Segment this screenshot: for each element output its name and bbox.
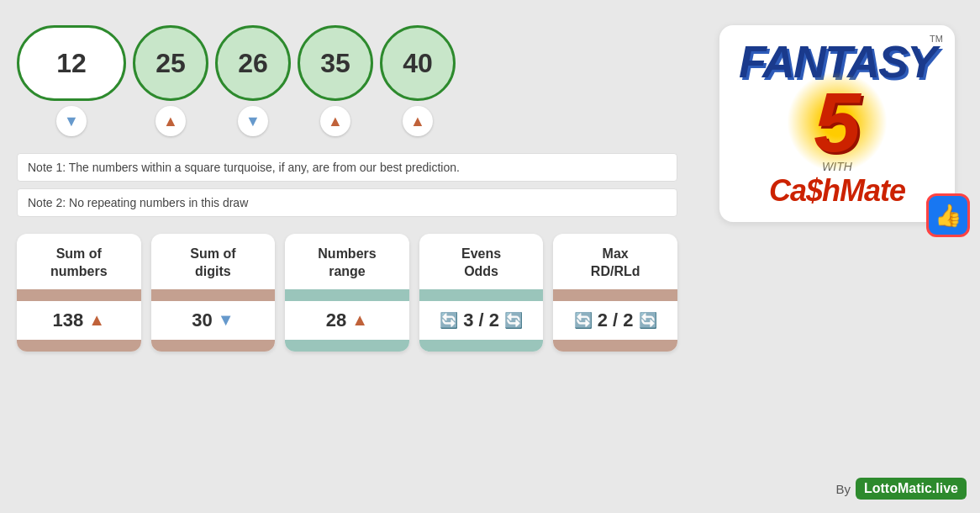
ball-1-value: 12 [56,48,87,79]
ball-5-up-btn[interactable]: ▲ [403,106,433,136]
stat-bar-top-5 [553,289,677,301]
branding-by-text: By [835,482,851,496]
like-button[interactable]: 👍 [926,193,970,237]
thumbs-up-icon: 👍 [935,203,962,229]
stat-value-sum-numbers: 138 ▲ [45,301,114,340]
ball-4-value: 35 [320,48,350,79]
stat-bar-bottom-4 [419,340,544,352]
max-rd-number: 2 / 2 [598,309,634,331]
numbers-range-number: 28 [326,309,346,331]
stat-bar-bottom-1 [17,340,141,352]
sum-digits-arrow-down-icon: ▼ [218,310,234,330]
stats-row: Sum ofnumbers 138 ▲ Sum ofdigits 30 ▼ [17,234,677,352]
stat-card-sum-digits: Sum ofdigits 30 ▼ [151,234,276,352]
sum-numbers-number: 138 [53,309,84,331]
stat-bar-bottom-3 [285,340,409,352]
arrow-up-icon-5: ▲ [410,113,425,130]
cashmate-text: Ca$hMate [769,173,905,209]
stat-value-sum-digits: 30 ▼ [183,301,242,340]
ball-3-value: 26 [238,48,268,79]
ball-5-value: 40 [403,48,433,79]
stat-title-max-rd: MaxRD/RLd [582,234,649,289]
ball-2-up-btn[interactable]: ▲ [155,106,186,136]
stat-title-numbers-range: Numbersrange [309,234,384,289]
stat-bar-top-4 [419,289,544,301]
ball-container-2: 25 ▲ [133,25,208,136]
max-rd-refresh-right-icon: 🔄 [639,311,657,330]
sum-digits-number: 30 [192,309,212,331]
tm-badge: TM [930,34,943,44]
note-2: Note 2: No repeating numbers in this dra… [17,188,677,217]
ball-3: 26 [215,25,291,101]
number5-wrap: 5 [814,84,861,160]
left-panel: 12 ▼ 25 ▲ 26 ▼ [0,0,694,513]
stat-bar-top-2 [151,289,276,301]
logo-number5: 5 [814,84,861,160]
sum-numbers-arrow-up-icon: ▲ [88,310,105,330]
ball-5: 40 [380,25,456,101]
stat-card-sum-numbers: Sum ofnumbers 138 ▲ [17,234,141,352]
arrow-down-icon-1: ▼ [64,113,79,130]
ball-3-down-btn[interactable]: ▼ [238,106,268,136]
stat-card-evens-odds: EvensOdds 🔄 3 / 2 🔄 [419,234,544,352]
numbers-range-arrow-up-icon: ▲ [351,310,368,330]
ball-container-1: 12 ▼ [17,25,126,136]
ball-container-3: 26 ▼ [215,25,291,136]
stat-bar-bottom-2 [151,340,276,352]
stat-bar-top-1 [17,289,141,301]
ball-1-down-btn[interactable]: ▼ [56,106,87,136]
stat-bar-bottom-5 [553,340,677,352]
arrow-up-icon-4: ▲ [328,113,343,130]
arrow-up-icon-2: ▲ [163,113,178,130]
ball-2-value: 25 [155,48,186,79]
stat-value-evens-odds: 🔄 3 / 2 🔄 [431,301,531,340]
balls-row: 12 ▼ 25 ▲ 26 ▼ [17,25,677,136]
notes-section: Note 1: The numbers within a square turq… [17,153,677,217]
ball-container-5: 40 ▲ [380,25,456,136]
stat-value-numbers-range: 28 ▲ [318,301,377,340]
evens-odds-refresh-right-icon: 🔄 [504,311,523,330]
ball-container-4: 35 ▲ [298,25,373,136]
max-rd-refresh-left-icon: 🔄 [574,311,593,330]
stat-value-max-rd: 🔄 2 / 2 🔄 [566,301,666,340]
branding: By LottoMatic.live [835,478,967,500]
branding-site: LottoMatic.live [856,478,967,500]
logo-container: TM FANTASY 5 WITH Ca$hMate 👍 [719,25,955,222]
right-panel: TM FANTASY 5 WITH Ca$hMate 👍 By LottoMat… [694,0,980,513]
arrow-down-icon-3: ▼ [245,113,261,130]
stat-card-numbers-range: Numbersrange 28 ▲ [285,234,409,352]
ball-4-up-btn[interactable]: ▲ [320,106,350,136]
stat-title-sum-digits: Sum ofdigits [182,234,244,289]
note-1-text: Note 1: The numbers within a square turq… [28,161,460,174]
ball-1: 12 [17,25,126,101]
ball-2: 25 [133,25,208,101]
note-1: Note 1: The numbers within a square turq… [17,153,677,182]
note-2-text: Note 2: No repeating numbers in this dra… [28,196,248,209]
logo-inner: FANTASY 5 WITH Ca$hMate [739,39,935,209]
ball-4: 35 [298,25,373,101]
stat-card-max-rd: MaxRD/RLd 🔄 2 / 2 🔄 [553,234,677,352]
stat-bar-top-3 [285,289,409,301]
evens-odds-number: 3 / 2 [463,309,499,331]
stat-title-sum-numbers: Sum ofnumbers [42,234,116,289]
stat-title-evens-odds: EvensOdds [453,234,509,289]
main-container: 12 ▼ 25 ▲ 26 ▼ [0,0,980,513]
evens-odds-refresh-left-icon: 🔄 [440,311,458,330]
